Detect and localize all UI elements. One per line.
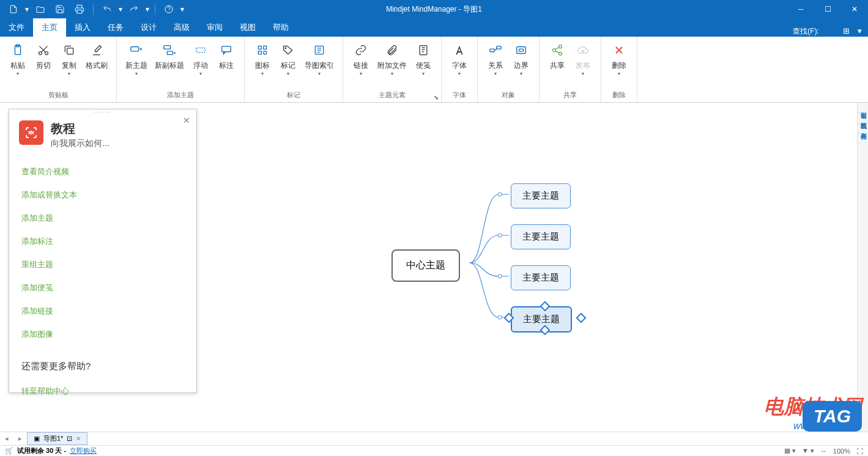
buy-link[interactable]: 立即购买 [70, 446, 97, 455]
svg-point-4 [39, 52, 42, 55]
central-topic[interactable]: 中心主题 [391, 249, 460, 282]
tutorial-link-add-link[interactable]: 添加链接 [21, 300, 184, 323]
side-tab-mymaps[interactable]: 我的地图 [858, 113, 868, 123]
maximize-button[interactable]: ☐ [814, 0, 841, 18]
document-tab[interactable]: ▣ 导图1* ⊡ ✕ [27, 432, 87, 445]
panel-close-button[interactable]: ✕ [183, 116, 190, 125]
help-button[interactable] [160, 2, 177, 17]
group-label-add-topic: 添加主题 [117, 89, 244, 102]
tab-design[interactable]: 设计 [132, 18, 165, 37]
tutorial-link-intro-video[interactable]: 查看简介视频 [21, 160, 184, 183]
doctab-prev[interactable]: ◂ [0, 435, 13, 443]
zoom-level[interactable]: 100% [833, 447, 850, 455]
tab-help[interactable]: 帮助 [264, 18, 297, 37]
svg-point-13 [285, 48, 286, 49]
svg-rect-11 [222, 46, 231, 52]
tutorial-link-add-note[interactable]: 添加便笺 [21, 276, 184, 300]
doctab-close[interactable]: ✕ [76, 435, 81, 442]
new-file-dropdown[interactable]: ▾ [24, 2, 29, 17]
ribbon-group-share: 共享 发布▾ 共享 [540, 37, 601, 102]
statusbar: 🛒 试用剩余 30 天 - 立即购买 ▦ ▾ ▼ ▾ ↔ 100% ⛶ [0, 445, 868, 456]
panel-drag-handle[interactable]: ⋯⋯⋯ [9, 109, 196, 114]
format-painter-button[interactable]: 格式刷 [82, 40, 111, 71]
tutorial-link-add-topic[interactable]: 添加主题 [21, 207, 184, 230]
undo-button[interactable] [98, 2, 116, 17]
tab-home[interactable]: 主页 [33, 18, 66, 37]
save-button[interactable] [51, 2, 69, 17]
new-file-button[interactable] [5, 2, 22, 17]
help-dropdown[interactable]: ▾ [180, 2, 185, 17]
doctab-pin-icon[interactable]: ⊡ [67, 435, 72, 443]
subtopic-3[interactable]: 主要主题 [511, 265, 571, 290]
svg-rect-7 [131, 47, 139, 51]
document-tab-bar: ◂ ▸ ▣ 导图1* ⊡ ✕ [0, 432, 868, 445]
svg-point-20 [559, 45, 562, 48]
print-button[interactable] [71, 2, 88, 17]
tag-button[interactable]: 标记▾ [275, 40, 301, 78]
ribbon-group-object: 关系▾ 边界▾ 对象 [478, 37, 540, 102]
tutorial-link-add-image[interactable]: 添加图像 [21, 323, 184, 346]
ribbon-group-elements: 链接▾ 附加文件▾ 便笺▾ 主题元素⬊ [343, 37, 442, 102]
ribbon-options-icon[interactable]: ⊞ [840, 24, 852, 37]
open-file-button[interactable] [32, 2, 49, 17]
svg-rect-8 [164, 46, 171, 50]
menubar: 文件 主页 插入 任务 设计 高级 审阅 视图 帮助 查找(F): ⊞ ▾ [0, 18, 868, 37]
tutorial-link-replace-text[interactable]: 添加或替换文本 [21, 183, 184, 207]
redo-button[interactable] [125, 2, 143, 17]
search-label: 查找(F): [793, 26, 819, 37]
svg-rect-18 [517, 47, 526, 54]
ribbon-layout-icon[interactable]: ▾ [853, 24, 866, 37]
view-mode-icon[interactable]: ▦ ▾ [784, 447, 796, 455]
svg-rect-16 [490, 49, 494, 52]
svg-point-23 [498, 193, 502, 196]
tab-task[interactable]: 任务 [99, 18, 132, 37]
copy-button[interactable]: 复制▾ [56, 40, 82, 78]
cut-button[interactable]: 剪切 [31, 40, 56, 71]
selection-handle-right[interactable] [576, 313, 587, 323]
fullscreen-icon[interactable]: ⛶ [856, 447, 863, 455]
new-subtopic-button[interactable]: 新副标题 [151, 40, 188, 71]
side-tab-markers[interactable]: 标记索引 [858, 103, 868, 113]
elements-launcher[interactable]: ⬊ [434, 94, 439, 101]
link-button[interactable]: 链接▾ [348, 40, 374, 78]
redo-dropdown[interactable]: ▾ [145, 2, 150, 17]
subtopic-1[interactable]: 主要主题 [511, 183, 571, 208]
tutorial-help-center-link[interactable]: 转至帮助中心 [21, 380, 184, 403]
doctab-next[interactable]: ▸ [13, 435, 27, 443]
paste-button[interactable]: 粘贴▾ [5, 40, 31, 78]
filter-icon[interactable]: ▼ ▾ [802, 447, 814, 455]
subtopic-2[interactable]: 主要主题 [511, 224, 571, 249]
tab-insert[interactable]: 插入 [66, 18, 99, 37]
svg-rect-19 [519, 49, 523, 51]
zoom-fit-icon[interactable]: ↔ [820, 447, 827, 455]
tutorial-link-add-callout[interactable]: 添加标注 [21, 230, 184, 253]
tab-review[interactable]: 审阅 [198, 18, 231, 37]
icon-marker-button[interactable]: 图标▾ [250, 40, 275, 78]
callout-button[interactable]: 标注 [213, 40, 239, 71]
tutorial-panel: ⋯⋯⋯ ✕ 教程 向我展示如何... 查看简介视频 添加或替换文本 添加主题 添… [9, 109, 197, 393]
new-topic-button[interactable]: 新主题▾ [122, 40, 151, 78]
side-tab-tasks[interactable]: 任务列表 [858, 123, 868, 134]
close-window-button[interactable]: ✕ [841, 0, 868, 18]
font-button[interactable]: 字体▾ [447, 40, 472, 78]
minimize-button[interactable]: ─ [787, 0, 814, 18]
doctab-label: 导图1* [43, 434, 63, 443]
svg-rect-0 [77, 10, 82, 13]
map-index-button[interactable]: 导图索引▾ [301, 40, 338, 78]
quick-access-toolbar: ▾ ▾ ▾ ▾ [0, 2, 185, 17]
ribbon-group-add-topic: 新主题▾ 新副标题 浮动▾ 标注 添加主题 [117, 37, 245, 102]
attach-button[interactable]: 附加文件▾ [374, 40, 410, 78]
tutorial-link-reorganize[interactable]: 重组主题 [21, 253, 184, 276]
ribbon: 粘贴▾ 剪切 复制▾ 格式刷 剪贴板 新主题▾ [0, 37, 868, 103]
tab-advanced[interactable]: 高级 [165, 18, 198, 37]
delete-button[interactable]: 删除▾ [606, 40, 632, 78]
share-button[interactable]: 共享 [544, 40, 570, 71]
undo-dropdown[interactable]: ▾ [118, 2, 123, 17]
boundary-button[interactable]: 边界▾ [508, 40, 534, 78]
float-button[interactable]: 浮动▾ [188, 40, 213, 78]
relation-button[interactable]: 关系▾ [483, 40, 508, 78]
tab-file[interactable]: 文件 [0, 18, 33, 37]
titlebar: ▾ ▾ ▾ ▾ Mindjet MindManager - 导图1 ─ ☐ ✕ [0, 0, 868, 18]
tab-view[interactable]: 视图 [231, 18, 264, 37]
note-button[interactable]: 便笺▾ [410, 40, 436, 78]
